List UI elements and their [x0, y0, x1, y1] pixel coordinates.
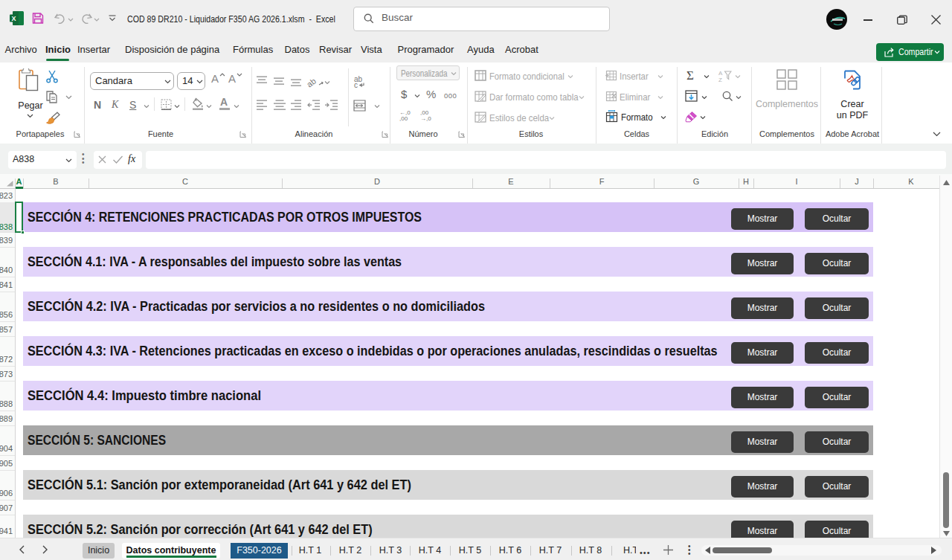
svg-text:X: X	[11, 15, 16, 22]
svg-text:Z: Z	[718, 77, 722, 83]
svg-text:c: c	[354, 81, 358, 88]
svg-text:ab: ab	[305, 77, 318, 88]
svg-text:A: A	[718, 70, 723, 77]
